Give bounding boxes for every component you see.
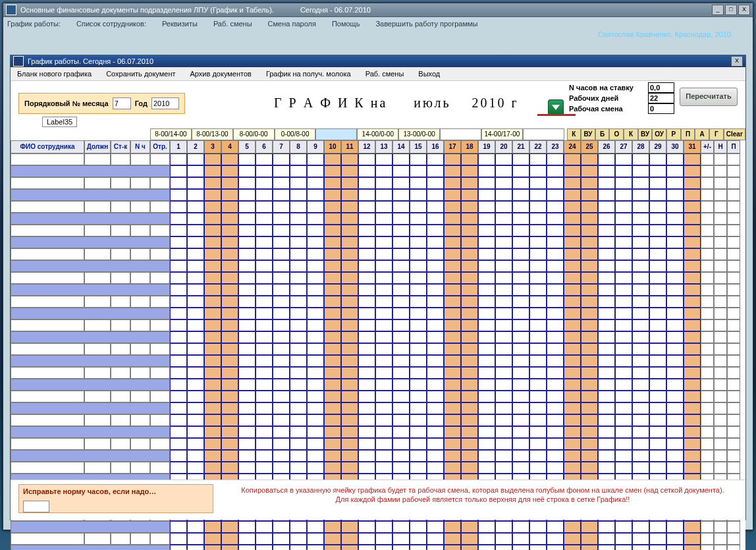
- employee-cell[interactable]: [111, 391, 130, 402]
- day-cell[interactable]: [666, 414, 684, 426]
- day-cell[interactable]: [666, 379, 684, 391]
- day-cell[interactable]: [375, 284, 392, 296]
- day-cell[interactable]: [170, 379, 187, 391]
- day-cell[interactable]: [358, 236, 375, 248]
- day-cell[interactable]: [341, 545, 358, 550]
- day-cell[interactable]: [547, 545, 564, 550]
- col-worked[interactable]: Отр.: [150, 140, 170, 153]
- code-button[interactable]: ВУ: [638, 128, 653, 140]
- employee-cell[interactable]: [130, 296, 150, 308]
- extra-cell[interactable]: [701, 355, 714, 367]
- extra-cell[interactable]: [701, 391, 714, 402]
- employee-cell[interactable]: [130, 391, 150, 402]
- extra-cell[interactable]: [727, 284, 740, 296]
- day-cell[interactable]: [410, 177, 427, 189]
- col-day[interactable]: 21: [512, 140, 529, 153]
- day-cell[interactable]: [632, 248, 649, 260]
- day-cell[interactable]: [666, 450, 684, 462]
- day-cell[interactable]: [684, 165, 701, 177]
- day-cell[interactable]: [307, 248, 324, 260]
- day-cell[interactable]: [529, 379, 547, 391]
- day-cell[interactable]: [632, 402, 649, 414]
- day-cell[interactable]: [187, 201, 204, 213]
- main-menu-item[interactable]: Смена пароля: [268, 20, 316, 28]
- day-cell[interactable]: [444, 236, 461, 248]
- day-cell[interactable]: [666, 153, 684, 165]
- day-cell[interactable]: [684, 177, 701, 189]
- day-cell[interactable]: [290, 260, 307, 272]
- day-cell[interactable]: [273, 450, 290, 462]
- col-day[interactable]: 22: [529, 140, 547, 153]
- day-cell[interactable]: [290, 319, 307, 331]
- day-cell[interactable]: [204, 521, 221, 533]
- day-cell[interactable]: [170, 450, 187, 462]
- code-button[interactable]: Р: [666, 128, 681, 140]
- day-cell[interactable]: [427, 391, 444, 402]
- day-cell[interactable]: [187, 355, 204, 367]
- day-cell[interactable]: [221, 189, 238, 201]
- day-cell[interactable]: [632, 331, 649, 343]
- employee-cell[interactable]: [130, 367, 150, 379]
- day-cell[interactable]: [598, 153, 615, 165]
- day-cell[interactable]: [410, 248, 427, 260]
- day-cell[interactable]: [256, 379, 273, 391]
- day-cell[interactable]: [461, 213, 478, 225]
- day-cell[interactable]: [615, 438, 632, 450]
- day-cell[interactable]: [290, 201, 307, 213]
- day-cell[interactable]: [341, 308, 358, 319]
- day-cell[interactable]: [324, 331, 341, 343]
- day-cell[interactable]: [290, 236, 307, 248]
- extra-cell[interactable]: [714, 319, 727, 331]
- day-cell[interactable]: [461, 355, 478, 367]
- day-cell[interactable]: [427, 367, 444, 379]
- day-cell[interactable]: [290, 355, 307, 367]
- employee-cell[interactable]: [150, 438, 170, 450]
- day-cell[interactable]: [495, 331, 512, 343]
- day-cell[interactable]: [598, 284, 615, 296]
- day-cell[interactable]: [238, 355, 256, 367]
- day-cell[interactable]: [495, 391, 512, 402]
- col-extra[interactable]: +/-: [701, 140, 714, 153]
- day-cell[interactable]: [478, 379, 495, 391]
- employee-cell[interactable]: [130, 248, 150, 260]
- day-cell[interactable]: [461, 426, 478, 438]
- day-cell[interactable]: [581, 260, 598, 272]
- day-cell[interactable]: [529, 165, 547, 177]
- day-cell[interactable]: [478, 225, 495, 236]
- day-cell[interactable]: [238, 391, 256, 402]
- day-cell[interactable]: [461, 391, 478, 402]
- day-cell[interactable]: [512, 391, 529, 402]
- day-cell[interactable]: [187, 402, 204, 414]
- day-cell[interactable]: [410, 201, 427, 213]
- col-day[interactable]: 14: [392, 140, 410, 153]
- day-cell[interactable]: [427, 331, 444, 343]
- day-cell[interactable]: [512, 319, 529, 331]
- extra-cell[interactable]: [714, 236, 727, 248]
- shift-slot[interactable]: 0-00/8-00: [275, 128, 316, 140]
- day-cell[interactable]: [444, 367, 461, 379]
- day-cell[interactable]: [221, 521, 238, 533]
- day-cell[interactable]: [598, 343, 615, 355]
- day-cell[interactable]: [221, 165, 238, 177]
- day-cell[interactable]: [444, 319, 461, 331]
- day-cell[interactable]: [290, 533, 307, 545]
- day-cell[interactable]: [410, 284, 427, 296]
- day-cell[interactable]: [512, 308, 529, 319]
- day-cell[interactable]: [256, 402, 273, 414]
- day-cell[interactable]: [615, 343, 632, 355]
- day-cell[interactable]: [187, 379, 204, 391]
- day-cell[interactable]: [512, 177, 529, 189]
- day-cell[interactable]: [444, 213, 461, 225]
- day-cell[interactable]: [375, 308, 392, 319]
- day-cell[interactable]: [358, 450, 375, 462]
- day-cell[interactable]: [598, 521, 615, 533]
- day-cell[interactable]: [375, 533, 392, 545]
- day-cell[interactable]: [632, 391, 649, 402]
- day-cell[interactable]: [615, 165, 632, 177]
- day-cell[interactable]: [529, 402, 547, 414]
- day-cell[interactable]: [512, 545, 529, 550]
- employee-cell[interactable]: [111, 462, 130, 474]
- schedule-menu-item[interactable]: Выход: [418, 70, 440, 78]
- day-cell[interactable]: [632, 438, 649, 450]
- day-cell[interactable]: [358, 462, 375, 474]
